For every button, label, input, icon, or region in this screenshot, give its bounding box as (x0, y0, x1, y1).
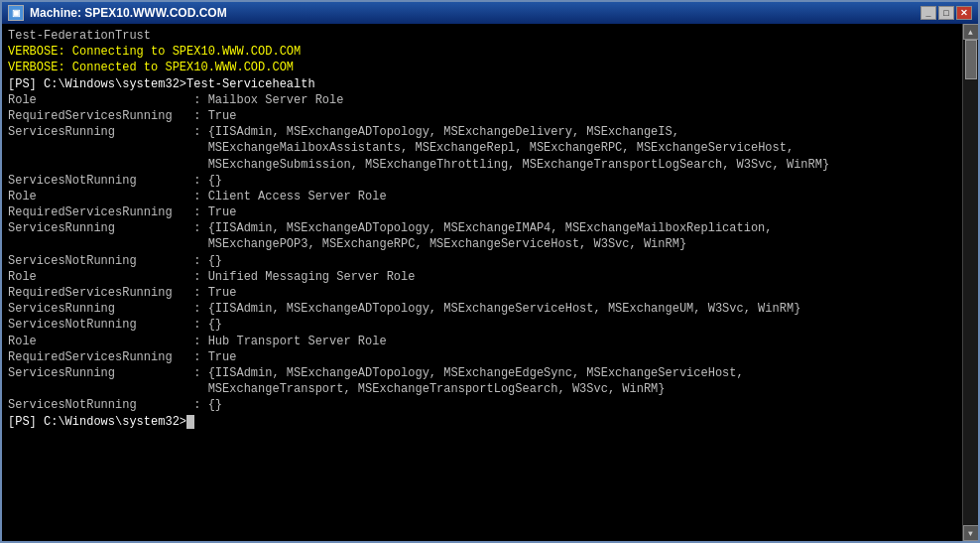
terminal-content[interactable]: Test-FederationTrustVERBOSE: Connecting … (2, 24, 962, 541)
terminal-line: MSExchangeMailboxAssistants, MSExchangeR… (8, 140, 956, 156)
terminal-line: ServicesRunning : {IISAdmin, MSExchangeA… (8, 124, 956, 140)
terminal-line: ServicesNotRunning : {} (8, 317, 956, 333)
terminal-line: [PS] C:\Windows\system32> (8, 414, 956, 430)
maximize-button[interactable]: □ (938, 6, 954, 20)
terminal-line: Role : Unified Messaging Server Role (8, 269, 956, 285)
scrollbar-track (964, 40, 978, 525)
minimize-button[interactable]: _ (920, 6, 936, 20)
terminal-line: ServicesNotRunning : {} (8, 397, 956, 413)
terminal-line: Role : Hub Transport Server Role (8, 334, 956, 349)
terminal-line: RequiredServicesRunning : True (8, 108, 956, 124)
terminal-line: VERBOSE: Connected to SPEX10.WWW.COD.COM (8, 60, 956, 75)
scrollbar[interactable]: ▲ ▼ (962, 24, 978, 541)
close-button[interactable]: ✕ (956, 6, 972, 20)
terminal-line: MSExchangeSubmission, MSExchangeThrottli… (8, 157, 956, 173)
terminal-line: MSExchangePOP3, MSExchangeRPC, MSExchang… (8, 236, 956, 252)
terminal-line: VERBOSE: Connecting to SPEX10.WWW.COD.CO… (8, 44, 956, 60)
scrollbar-down-button[interactable]: ▼ (963, 525, 979, 541)
scrollbar-up-button[interactable]: ▲ (963, 24, 979, 40)
terminal-line: ServicesRunning : {IISAdmin, MSExchangeA… (8, 220, 956, 236)
window-icon: ▣ (8, 5, 24, 21)
terminal-line: ServicesNotRunning : {} (8, 173, 956, 189)
terminal-line: RequiredServicesRunning : True (8, 285, 956, 301)
terminal-line: ServicesNotRunning : {} (8, 253, 956, 269)
title-bar-left: ▣ Machine: SPEX10.WWW.COD.COM (8, 5, 227, 21)
terminal-line: RequiredServicesRunning : True (8, 349, 956, 365)
terminal-line: RequiredServicesRunning : True (8, 204, 956, 220)
terminal-window: ▣ Machine: SPEX10.WWW.COD.COM _ □ ✕ Test… (0, 0, 980, 543)
window-title: Machine: SPEX10.WWW.COD.COM (30, 6, 227, 20)
scrollbar-thumb[interactable] (965, 40, 977, 79)
title-bar-controls: _ □ ✕ (920, 6, 972, 20)
terminal-line: MSExchangeTransport, MSExchangeTransport… (8, 381, 956, 397)
terminal-line: Test-FederationTrust (8, 28, 956, 44)
terminal-line: [PS] C:\Windows\system32>Test-Servicehea… (8, 76, 956, 92)
title-bar: ▣ Machine: SPEX10.WWW.COD.COM _ □ ✕ (2, 2, 978, 24)
terminal-wrapper: Test-FederationTrustVERBOSE: Connecting … (2, 24, 978, 541)
terminal-line: ServicesRunning : {IISAdmin, MSExchangeA… (8, 301, 956, 317)
terminal-line: Role : Client Access Server Role (8, 189, 956, 204)
terminal-line: ServicesRunning : {IISAdmin, MSExchangeA… (8, 365, 956, 381)
terminal-line: Role : Mailbox Server Role (8, 92, 956, 108)
terminal-cursor (186, 415, 194, 429)
